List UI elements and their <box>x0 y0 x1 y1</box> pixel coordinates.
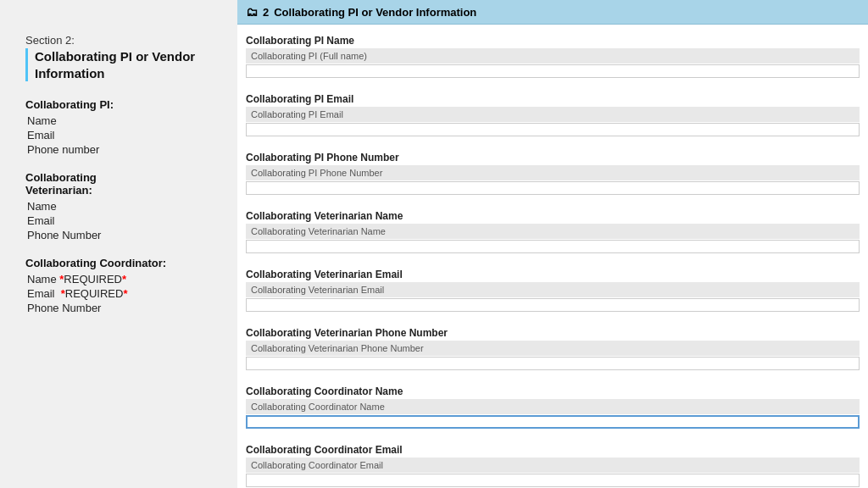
coord-name-label: Name *REQUIRED* <box>25 273 220 286</box>
left-panel: Section 2: Collaborating PI or Vendor In… <box>0 0 237 488</box>
email-required-star: * <box>61 287 65 300</box>
vet-email-label: Email <box>25 214 220 227</box>
vet-name-group: Collaborating Veterinarian Name Collabor… <box>237 200 868 258</box>
section-title: Collaborating PI or Vendor Information <box>25 48 220 81</box>
vet-phone-placeholder: Collaborating Veterinarian Phone Number <box>246 341 860 356</box>
pi-email-group: Collaborating PI Email Collaborating PI … <box>237 83 868 141</box>
vet-phone-input[interactable] <box>246 357 860 370</box>
vet-name-placeholder: Collaborating Veterinarian Name <box>246 224 860 239</box>
coord-name-input[interactable] <box>246 415 860 429</box>
right-panel: 🗂 2 Collaborating PI or Vendor Informati… <box>237 0 868 488</box>
vet-email-group: Collaborating Veterinarian Email Collabo… <box>237 258 868 317</box>
vet-phone-group: Collaborating Veterinarian Phone Number … <box>237 317 868 375</box>
collab-pi-title: Collaborating PI: <box>25 98 220 111</box>
vet-email-title: Collaborating Veterinarian Email <box>246 269 860 280</box>
pi-email-label: Email <box>25 129 220 141</box>
pi-phone-group: Collaborating PI Phone Number Collaborat… <box>237 141 868 200</box>
collab-coord-title: Collaborating Coordinator: <box>25 257 220 269</box>
coord-email-input[interactable] <box>246 474 860 487</box>
coord-email-group: Collaborating Coordinator Email Collabor… <box>237 434 868 488</box>
coord-name-group: Collaborating Coordinator Name Collabora… <box>237 375 868 434</box>
collab-vet-section: CollaboratingVeterinarian: Name Email Ph… <box>25 171 220 241</box>
coord-name-placeholder: Collaborating Coordinator Name <box>246 399 860 414</box>
coord-phone-label: Phone Number <box>25 302 220 314</box>
pi-phone-placeholder: Collaborating PI Phone Number <box>246 165 860 180</box>
pi-phone-input[interactable] <box>246 181 860 195</box>
coord-name-title: Collaborating Coordinator Name <box>246 385 860 397</box>
vet-phone-title: Collaborating Veterinarian Phone Number <box>246 327 860 339</box>
pi-email-input[interactable] <box>246 123 860 136</box>
vet-name-title: Collaborating Veterinarian Name <box>246 210 860 222</box>
pi-name-label: Name <box>25 114 220 127</box>
section-label: Section 2: <box>25 34 220 47</box>
pi-phone-title: Collaborating PI Phone Number <box>246 152 860 164</box>
vet-email-input[interactable] <box>246 298 860 312</box>
coord-email-label: Email *REQUIRED* <box>25 287 220 300</box>
email-required-star-end: * <box>123 287 127 300</box>
coord-email-placeholder: Collaborating Coordinator Email <box>246 458 860 473</box>
name-required-star: * <box>59 273 64 286</box>
header-title: Collaborating PI or Vendor Information <box>274 6 476 19</box>
vet-email-placeholder: Collaborating Veterinarian Email <box>246 282 860 297</box>
section-header: 🗂 2 Collaborating PI or Vendor Informati… <box>237 0 868 25</box>
collab-coord-section: Collaborating Coordinator: Name *REQUIRE… <box>25 257 220 314</box>
collab-vet-title: CollaboratingVeterinarian: <box>25 171 220 197</box>
pi-email-title: Collaborating PI Email <box>246 93 860 105</box>
collab-pi-section: Collaborating PI: Name Email Phone numbe… <box>25 98 220 156</box>
vet-name-input[interactable] <box>246 240 860 253</box>
pi-name-placeholder: Collaborating PI (Full name) <box>246 48 860 64</box>
header-number: 2 <box>263 6 269 19</box>
pi-name-title: Collaborating PI Name <box>246 35 860 47</box>
coord-email-title: Collaborating Coordinator Email <box>246 444 860 456</box>
pi-name-input[interactable] <box>246 64 860 78</box>
name-required-star-end: * <box>122 273 126 286</box>
pi-phone-label: Phone number <box>25 143 220 156</box>
header-icon: 🗂 <box>246 5 258 19</box>
vet-phone-label: Phone Number <box>25 229 220 241</box>
pi-email-placeholder: Collaborating PI Email <box>246 107 860 122</box>
vet-name-label: Name <box>25 200 220 213</box>
pi-name-group: Collaborating PI Name Collaborating PI (… <box>237 25 868 83</box>
